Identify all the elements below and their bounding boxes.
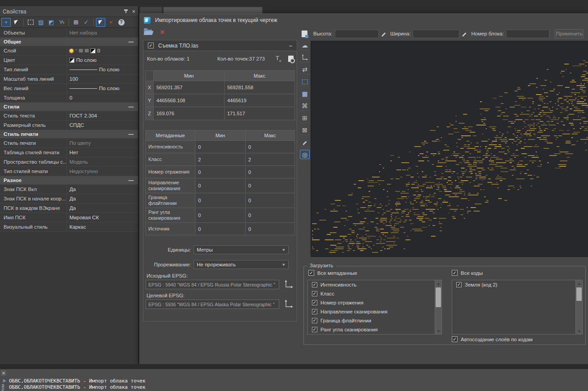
scroll-down-icon[interactable]: ▼: [576, 328, 583, 334]
crossing-select-icon[interactable]: ▨: [36, 18, 46, 27]
window-select-icon[interactable]: [26, 18, 35, 27]
ucs-axis-icon[interactable]: [300, 53, 310, 62]
max-cell[interactable]: 0: [246, 208, 294, 222]
min-cell[interactable]: 169.076: [154, 107, 224, 120]
property-row[interactable]: Имя ПСКМировая СК: [0, 213, 138, 222]
property-row[interactable]: Таблица стилей печатиНет: [0, 148, 138, 157]
properties-section-header[interactable]: Стиль печати—: [0, 130, 138, 139]
cursor-icon[interactable]: [12, 18, 21, 27]
checkbox[interactable]: ✓: [312, 282, 317, 287]
max-cell[interactable]: 4465619: [225, 94, 294, 107]
collapse-icon[interactable]: —: [129, 39, 138, 44]
delete-region-icon[interactable]: ⊠: [300, 126, 310, 135]
document-tab[interactable]: [163, 7, 263, 13]
command-history[interactable]: ОБВС,ОБЛАКОТОЧЕКВСТАВИТЬ - Импорт облака…: [9, 378, 146, 391]
property-row[interactable]: Тип линийПо слою: [0, 65, 138, 74]
pick-width-icon[interactable]: [461, 30, 467, 37]
checkbox[interactable]: ✓: [452, 270, 458, 276]
checkbox[interactable]: ✓: [456, 282, 462, 287]
property-value[interactable]: Нет: [66, 148, 138, 157]
grid-icon[interactable]: ▦: [300, 89, 310, 99]
property-row[interactable]: Стиль печатиПо цвету: [0, 139, 138, 148]
all-metadata-checkbox[interactable]: ✓ Все метаданные: [308, 270, 357, 276]
property-value[interactable]: 0: [66, 93, 138, 102]
quick-filter-icon[interactable]: Yϟ: [57, 18, 66, 27]
property-row[interactable]: Знак ПСК в начале коор...Да: [0, 194, 138, 204]
checkbox[interactable]: ✓: [312, 309, 317, 314]
property-row[interactable]: Пространство таблицы с...Модель: [0, 157, 138, 167]
property-value[interactable]: Да: [66, 204, 138, 213]
property-row[interactable]: Вес линийПо слою: [0, 84, 138, 93]
max-cell[interactable]: 171.517: [225, 107, 294, 120]
all-codes-checkbox[interactable]: ✓ Все коды: [452, 270, 483, 276]
min-cell[interactable]: 0: [195, 208, 245, 222]
code-item[interactable]: ✓Земля (код 2): [452, 280, 575, 289]
min-cell[interactable]: 0: [195, 178, 245, 193]
property-value[interactable]: По слою: [66, 84, 138, 93]
paste-icon[interactable]: [302, 30, 307, 37]
max-cell[interactable]: 569281.558: [225, 81, 294, 94]
axis-icon[interactable]: [284, 279, 294, 289]
invert-selection-icon[interactable]: ◩: [47, 18, 56, 27]
property-row[interactable]: ПСК в каждом ВЭкранеДа: [0, 204, 138, 213]
file-checkbox[interactable]: ✓: [148, 43, 154, 48]
min-cell[interactable]: 0: [195, 223, 245, 235]
move-selection-icon[interactable]: ⊞: [71, 18, 81, 27]
property-row[interactable]: Толщина0: [0, 93, 138, 103]
checkbox[interactable]: ✓: [452, 336, 458, 342]
scrollbar[interactable]: ▲ ▼: [575, 280, 582, 334]
min-cell[interactable]: 569201.357: [154, 81, 224, 94]
scroll-up-icon[interactable]: ▲: [576, 280, 583, 287]
help-icon[interactable]: ?: [117, 18, 126, 27]
min-cell[interactable]: 0: [195, 193, 245, 208]
pointer-mode-icon[interactable]: [96, 18, 105, 27]
property-value[interactable]: Мировая СК: [66, 213, 138, 222]
properties-section-header[interactable]: Общие—: [0, 38, 138, 46]
max-cell[interactable]: 2: [246, 153, 294, 165]
property-value[interactable]: Нет набора: [66, 28, 138, 37]
property-row[interactable]: Размерный стильСПДС: [0, 121, 138, 130]
pointcloud-preview[interactable]: [311, 41, 588, 257]
confirm-selection-icon[interactable]: ✓: [82, 18, 91, 27]
max-cell[interactable]: 0: [246, 223, 294, 235]
property-value[interactable]: Да: [66, 185, 138, 194]
property-row[interactable]: Стиль текстаГОСТ 2.304: [0, 111, 138, 121]
add-to-selection-icon[interactable]: +: [1, 18, 11, 27]
block-number-input[interactable]: [506, 30, 549, 38]
property-row[interactable]: Знак ПСК ВклДа: [0, 185, 138, 194]
open-file-icon[interactable]: [144, 30, 152, 35]
min-cell[interactable]: 4465568.108: [154, 94, 224, 107]
checkbox[interactable]: ✓: [312, 327, 317, 332]
scroll-thumb[interactable]: [436, 287, 441, 307]
property-value[interactable]: По слою: [66, 56, 138, 65]
circle-region-icon[interactable]: ◎: [300, 150, 310, 159]
properties-section-header[interactable]: Разное—: [0, 176, 138, 185]
property-value[interactable]: ГОСТ 2.304: [66, 111, 138, 120]
axis-icon[interactable]: [284, 299, 294, 309]
collapse-icon[interactable]: –: [289, 43, 292, 49]
rotate-view-icon[interactable]: ⇄: [300, 65, 310, 74]
max-cell[interactable]: 0: [246, 193, 294, 208]
checkbox[interactable]: ✓: [312, 318, 317, 323]
apply-button[interactable]: Применить: [555, 29, 584, 39]
min-cell[interactable]: 0: [195, 141, 245, 153]
width-input[interactable]: [413, 30, 459, 38]
max-cell[interactable]: 0: [246, 166, 294, 178]
scrollbar[interactable]: ▲ ▼: [435, 280, 441, 334]
collapse-icon[interactable]: —: [129, 131, 138, 137]
scroll-down-icon[interactable]: ▼: [435, 328, 442, 334]
collapse-icon[interactable]: —: [129, 178, 138, 183]
target-epsg-input[interactable]: EPSG : 5936 "WGS 84 / EPSG Alaska Polar …: [146, 300, 279, 309]
property-value[interactable]: Модель: [66, 157, 138, 166]
scroll-thumb[interactable]: [576, 287, 582, 301]
autocreate-layers-checkbox[interactable]: ✓ Автосоздание слоёв по кодам: [452, 336, 533, 342]
metadata-item[interactable]: ✓Интенсивность: [308, 280, 435, 289]
pipes-icon[interactable]: ⌘: [300, 101, 310, 111]
rect-selection-icon[interactable]: [300, 77, 310, 87]
min-cell[interactable]: 2: [195, 153, 245, 165]
cloud-settings-icon[interactable]: ☁: [300, 41, 310, 50]
property-row[interactable]: ЦветПо слою: [0, 56, 138, 65]
text-style-icon[interactable]: To: [276, 55, 281, 63]
metadata-item[interactable]: ✓Номер отражения: [308, 298, 435, 307]
metadata-item[interactable]: ✓Класс: [308, 289, 435, 298]
